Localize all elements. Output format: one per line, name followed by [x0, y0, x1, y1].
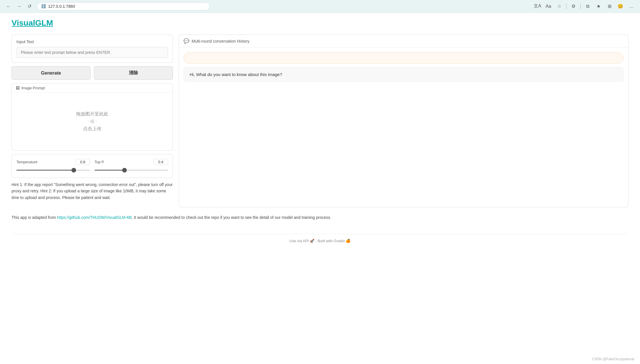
app-title[interactable]: VisualGLM — [12, 18, 53, 28]
divider2 — [580, 3, 581, 9]
chat-message: Hi, What do you want to know about this … — [184, 67, 624, 82]
input-text-label: Input Text — [16, 39, 168, 44]
footer-hint: This app is adapted from https://github.… — [12, 214, 628, 221]
text-input[interactable] — [16, 47, 168, 58]
footer: This app is adapted from https://github.… — [12, 214, 628, 225]
temperature-value: 0.8 — [75, 159, 90, 165]
temperature-label: Temperature — [16, 160, 37, 164]
image-prompt-label: Image Prompt — [21, 86, 45, 90]
divider — [566, 3, 567, 9]
favorites-icon[interactable]: ★ — [594, 2, 603, 10]
browser-actions: 文A Aa ☆ ⚙ ⧉ ★ ⊞ 😊 … — [533, 2, 635, 10]
chat-icon: 💬 — [184, 38, 189, 44]
clear-button[interactable]: 清除 — [94, 66, 173, 80]
topp-group: Top P 0.4 — [95, 159, 168, 173]
input-highlight-bar — [184, 52, 624, 64]
page-footer: Use via API 🚀 · Built with Gradio 🍊 — [12, 234, 628, 248]
csdn-watermark: CSDN @FakeOccupational — [592, 357, 634, 361]
input-section: Input Text — [12, 35, 173, 63]
settings-icon[interactable]: ⚙ — [569, 2, 577, 10]
address-bar[interactable]: ℹ️ 127.0.0.1:7860 — [37, 2, 210, 10]
browser-chrome: ← → ↺ ℹ️ 127.0.0.1:7860 文A Aa ☆ ⚙ ⧉ ★ ⊞ … — [0, 0, 640, 13]
star-icon[interactable]: ☆ — [555, 2, 563, 10]
image-prompt-header: 🖼 Image Prompt — [12, 84, 173, 93]
translate-icon[interactable]: 文A — [533, 2, 541, 10]
image-upload-area[interactable]: 拖放图片至此处 - 或 - 点击上传 — [12, 93, 173, 150]
chat-area: Hi, What do you want to know about this … — [179, 48, 628, 207]
image-prompt-section: 🖼 Image Prompt 拖放图片至此处 - 或 - 点击上传 — [12, 83, 173, 151]
temperature-header: Temperature 0.8 — [16, 159, 90, 165]
upload-drag-text: 拖放图片至此处 — [76, 111, 108, 117]
footer-text-before: This app is adapted from — [12, 215, 57, 220]
hint-text: Hint 1: If the app report "Something wen… — [12, 181, 173, 201]
page-content: VisualGLM Input Text Generate 清除 🖼 Image… — [0, 13, 640, 364]
panel-title: Multi-round conversation History — [192, 39, 250, 43]
separator: · — [316, 239, 317, 243]
right-panel-header: 💬 Multi-round conversation History — [179, 35, 628, 48]
topp-value: 0.4 — [154, 159, 168, 165]
url-text: 127.0.0.1:7860 — [48, 4, 75, 9]
topp-header: Top P 0.4 — [95, 159, 168, 165]
button-row: Generate 清除 — [12, 66, 173, 80]
upload-click-text: 点击上传 — [83, 126, 101, 132]
footer-text-after: . It would be recommended to check out t… — [132, 215, 331, 220]
back-button[interactable]: ← — [5, 2, 13, 10]
collections-icon[interactable]: ⊞ — [605, 2, 613, 10]
split-icon[interactable]: ⧉ — [584, 2, 592, 10]
read-mode-icon[interactable]: Aa — [544, 2, 552, 10]
topp-track — [95, 167, 168, 173]
footer-link[interactable]: https://github.com/THUDM/VisualGLM-6B — [57, 215, 132, 220]
temperature-slider[interactable] — [16, 170, 90, 171]
main-layout: Input Text Generate 清除 🖼 Image Prompt 拖放… — [12, 35, 628, 207]
api-label: Use via API 🚀 — [290, 239, 315, 243]
forward-button[interactable]: → — [15, 2, 23, 10]
temperature-track — [16, 167, 90, 173]
upload-or-text: - 或 - — [88, 119, 97, 124]
generate-button[interactable]: Generate — [12, 66, 90, 80]
profile-icon[interactable]: 😊 — [616, 2, 624, 10]
topp-slider[interactable] — [95, 170, 168, 171]
left-panel: Input Text Generate 清除 🖼 Image Prompt 拖放… — [12, 35, 173, 201]
nav-buttons: ← → ↺ — [5, 2, 33, 10]
more-icon[interactable]: … — [627, 2, 635, 10]
gradio-label: Built with Gradio 🍊 — [318, 239, 350, 243]
sliders-section: Temperature 0.8 Top P 0.4 — [12, 154, 173, 178]
temperature-group: Temperature 0.8 — [16, 159, 90, 173]
image-prompt-icon: 🖼 — [16, 86, 20, 90]
right-panel: 💬 Multi-round conversation History Hi, W… — [179, 35, 628, 207]
topp-label: Top P — [95, 160, 104, 164]
info-icon: ℹ️ — [41, 4, 46, 8]
reload-button[interactable]: ↺ — [25, 2, 33, 10]
